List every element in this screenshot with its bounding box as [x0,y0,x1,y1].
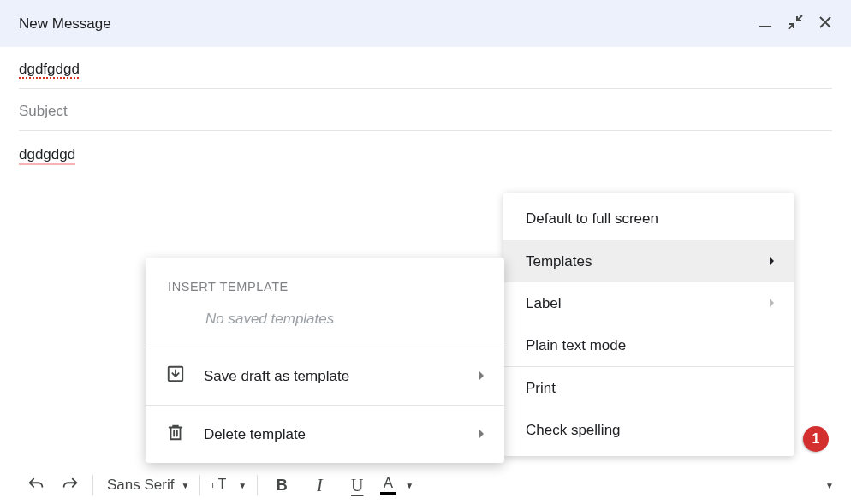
window-controls [759,15,832,33]
chevron-down-icon: ▼ [825,481,834,490]
chevron-right-icon [479,426,485,443]
menu-item-label: Check spelling [526,422,621,439]
chevron-right-icon [769,295,776,312]
menu-item-delete-template[interactable]: Delete template [146,406,504,463]
close-icon[interactable] [818,15,832,33]
chevron-down-icon: ▼ [238,481,247,490]
menu-item-label: Plain text mode [526,337,626,354]
chevron-down-icon: ▼ [405,481,414,490]
bold-button[interactable]: B [263,470,301,501]
menu-item-print[interactable]: Print [503,367,794,409]
trash-icon [166,423,185,446]
templates-header: INSERT TEMPLATE [146,280,504,311]
font-name: Sans Serif [107,477,174,494]
toolbar-separator [257,475,258,495]
more-send-options-button[interactable]: ▼ [812,466,846,504]
font-style-group: B I U A ▼ [263,470,414,501]
svg-rect-0 [759,26,771,27]
menu-item-save-draft-template[interactable]: Save draft as template [146,347,504,405]
svg-text:T: T [218,477,227,491]
menu-item-label: Label [526,295,562,312]
font-size-select[interactable]: TT ▼ [205,470,252,501]
body-value: dgdgdgd [19,146,75,165]
templates-submenu: INSERT TEMPLATE No saved templates Save … [146,258,504,463]
menu-item-plain-text[interactable]: Plain text mode [503,324,794,366]
chevron-right-icon [479,368,485,385]
toolbar-separator [199,475,200,495]
save-draft-icon [166,365,185,388]
font-family-select[interactable]: Sans Serif ▼ [98,470,194,501]
redo-button[interactable] [53,470,87,501]
compose-titlebar: New Message [0,0,851,47]
text-size-icon: TT [211,475,233,495]
menu-item-label: Templates [526,253,592,270]
menu-item-check-spelling[interactable]: Check spelling [503,409,794,451]
recipients-value: dgdfgdgd [19,61,80,77]
formatting-toolbar: Sans Serif ▼ TT ▼ B I U A ▼ [19,466,414,504]
recipients-field[interactable]: dgdfgdgd [19,47,832,89]
compose-body[interactable]: dgdgdgd [0,131,851,179]
badge-count: 1 [812,431,820,447]
menu-item-templates[interactable]: Templates [503,240,794,282]
text-color-icon: A [376,476,400,495]
subject-field[interactable]: Subject [19,89,832,131]
menu-item-label: Save draft as template [204,368,349,385]
menu-item-label: Print [526,380,556,397]
text-color-button[interactable]: A ▼ [376,470,414,501]
templates-empty-text: No saved templates [146,311,504,347]
chevron-down-icon: ▼ [181,481,189,490]
undo-button[interactable] [19,470,53,501]
menu-item-label-submenu[interactable]: Label [503,282,794,324]
toolbar-separator [92,475,93,495]
menu-item-label: Default to full screen [526,210,658,228]
menu-item-default-fullscreen[interactable]: Default to full screen [503,198,794,240]
italic-button[interactable]: I [301,470,338,501]
notification-badge[interactable]: 1 [803,426,829,452]
compose-title: New Message [19,15,111,33]
minimize-icon[interactable] [759,15,772,33]
compose-fields: dgdfgdgd Subject [0,47,851,131]
svg-text:T: T [211,481,216,489]
exit-fullscreen-icon[interactable] [788,15,803,33]
underline-button[interactable]: U [338,470,376,501]
subject-placeholder: Subject [19,103,68,119]
menu-item-label: Delete template [204,426,306,443]
more-options-menu: Default to full screen Templates Label P… [503,193,794,456]
chevron-right-icon [769,253,776,270]
